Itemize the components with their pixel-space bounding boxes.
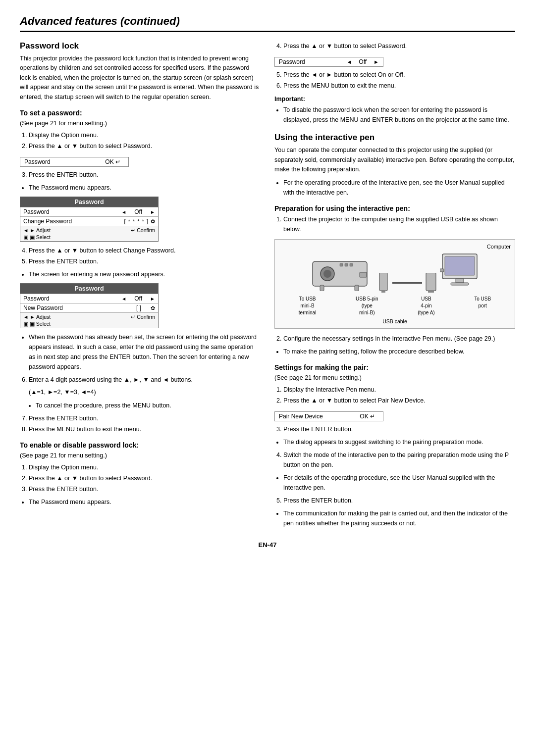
password-menu-box-1: Password Password ◄ Off ► Change Passwor… bbox=[20, 197, 159, 242]
pair-new-device-value: OK ↵ bbox=[360, 413, 375, 420]
password-row2-1-value: Off bbox=[128, 295, 148, 302]
enable-step2: Press the ▲ or ▼ button to select Passwo… bbox=[29, 473, 261, 483]
change-password-row: Change Password [ * * * * ] ✿ bbox=[20, 216, 158, 226]
steps-6-8-ol: Enter a 4 digit password using the ▲, ►,… bbox=[29, 375, 261, 385]
password-menu-footer-1: ◄ ► Adjust ↵ Confirm bbox=[20, 226, 158, 234]
new-password-row-value: [ ] bbox=[129, 304, 149, 311]
label-usb-4pin: USB4-pin(type A) bbox=[418, 296, 434, 316]
prep-title: Preparation for using the interactive pe… bbox=[274, 204, 515, 212]
password-menu-header-1: Password bbox=[20, 197, 158, 207]
svg-rect-4 bbox=[345, 263, 348, 266]
right-column: Press the ▲ or ▼ button to select Passwo… bbox=[274, 41, 515, 531]
password-menu-box-2: Password Password ◄ Off ► New Password [… bbox=[20, 283, 159, 328]
password-row1-right-arrow: ► bbox=[150, 209, 155, 215]
set-password-steps-1-2: Display the Option menu. Press the ▲ or … bbox=[29, 130, 261, 151]
password-off-menu: Password ◄ Off ► bbox=[274, 57, 383, 67]
settings-step4-ol: Switch the mode of the interactive pen t… bbox=[283, 450, 515, 470]
password-row1-label: Password bbox=[23, 208, 121, 215]
svg-point-2 bbox=[323, 270, 331, 278]
settings-step3: Press the ENTER button. bbox=[283, 424, 515, 434]
settings-bullet2-list: For details of the operating procedure, … bbox=[283, 473, 515, 493]
left-column: Password lock This projector provides th… bbox=[20, 41, 261, 531]
password-menu-footer-2: ◄ ► Adjust ↵ Confirm bbox=[20, 312, 158, 321]
new-password-icon: ✿ bbox=[151, 305, 155, 311]
settings-bullet1-list: The dialog appears to suggest switching … bbox=[283, 437, 515, 447]
settings-steps-1-2-ol: Display the Interactive Pen menu. Press … bbox=[283, 385, 515, 405]
settings-title: Settings for making the pair: bbox=[274, 363, 515, 371]
prep-step2: Configure the necessary settings in the … bbox=[283, 334, 515, 344]
computer-graphic bbox=[440, 252, 480, 293]
password-lock-title: Password lock bbox=[20, 41, 261, 51]
settings-step5-ol: Press the ENTER button. bbox=[283, 496, 515, 505]
enable-step1: Display the Option menu. bbox=[29, 462, 261, 472]
password-menu-appears-list: The Password menu appears. bbox=[29, 183, 261, 193]
pair-new-device-menu: Pair New Device OK ↵ bbox=[274, 411, 383, 421]
settings-step2: Press the ▲ or ▼ button to select Pair N… bbox=[283, 396, 515, 405]
password-off-right-arrow: ► bbox=[374, 59, 379, 65]
set-password-step2: Press the ▲ or ▼ button to select Passwo… bbox=[29, 141, 261, 151]
svg-rect-10 bbox=[381, 291, 385, 293]
settings-note: (See page 21 for menu setting.) bbox=[274, 373, 515, 383]
password-menu-appears: The Password menu appears. bbox=[29, 183, 261, 193]
interactive-pen-title: Using the interactive pen bbox=[274, 133, 515, 143]
svg-rect-11 bbox=[426, 273, 436, 291]
password-row2-1-left: ◄ bbox=[121, 296, 126, 302]
password-row1-left-arrow: ◄ bbox=[121, 209, 126, 215]
settings-step4: Switch the mode of the interactive pen t… bbox=[283, 450, 515, 470]
footer2-adjust: ◄ ► Adjust bbox=[23, 314, 51, 320]
enable-bullet-list: The Password menu appears. bbox=[29, 497, 261, 507]
svg-rect-8 bbox=[355, 285, 359, 291]
svg-rect-17 bbox=[440, 269, 444, 272]
usb-cable-label: USB cable bbox=[279, 318, 511, 324]
password-ok-label: Password bbox=[24, 158, 101, 165]
set-password-step1: Display the Option menu. bbox=[29, 130, 261, 140]
parens-note: (▲=1, ►=2, ▼=3, ◄=4) bbox=[29, 388, 261, 397]
settings-bullet3: The communication for making the pair is… bbox=[283, 508, 515, 528]
computer-label: Computer bbox=[279, 244, 511, 250]
enable-disable-title: To enable or disable password lock: bbox=[20, 441, 261, 449]
step4: Press the ▲ or ▼ button to select Change… bbox=[29, 246, 261, 255]
prep-step2-ol: Configure the necessary settings in the … bbox=[283, 334, 515, 344]
new-password-row: New Password [ ] ✿ bbox=[20, 303, 158, 312]
set-password-step3-ol: Press the ENTER button. bbox=[29, 170, 261, 180]
svg-rect-9 bbox=[379, 273, 387, 291]
step4-5-ol: Press the ▲ or ▼ button to select Change… bbox=[29, 246, 261, 266]
important-label: Important: bbox=[274, 95, 515, 104]
svg-rect-7 bbox=[320, 285, 324, 291]
step6: Enter a 4 digit password using the ▲, ►,… bbox=[29, 375, 261, 385]
settings-steps-3-5-ol: Press the ENTER button. bbox=[283, 424, 515, 434]
change-password-label: Change Password bbox=[23, 218, 124, 225]
footer2-select: ▣ ▣ Select bbox=[20, 321, 158, 328]
step7: Press the ENTER button. bbox=[29, 413, 261, 423]
password-menu-header-2: Password bbox=[20, 284, 158, 294]
cancel-bullet: To cancel the procedure, press the MENU … bbox=[36, 401, 261, 410]
cancel-list: To cancel the procedure, press the MENU … bbox=[36, 401, 261, 410]
svg-rect-15 bbox=[456, 279, 464, 283]
change-password-value: [ * * * * ] bbox=[124, 218, 149, 224]
enable-step3: Press the ENTER button. bbox=[29, 484, 261, 494]
prep-step1: Connect the projector to the computer us… bbox=[283, 214, 515, 234]
svg-rect-14 bbox=[445, 256, 475, 275]
right-step5: Press the ◄ or ► button to select On or … bbox=[283, 70, 515, 80]
step5: Press the ENTER button. bbox=[29, 256, 261, 266]
password-row2-1-label: Password bbox=[23, 295, 121, 302]
enable-disable-note: (See page 21 for menu setting.) bbox=[20, 451, 261, 460]
password-off-left-arrow: ◄ bbox=[346, 59, 352, 65]
svg-rect-12 bbox=[428, 291, 434, 293]
footer-adjust: ◄ ► Adjust bbox=[23, 227, 51, 233]
step8: Press the MENU button to exit the menu. bbox=[29, 424, 261, 434]
footer-confirm: ↵ Confirm bbox=[131, 227, 155, 233]
password-row-1: Password ◄ Off ► bbox=[20, 207, 158, 216]
pair-new-device-label: Pair New Device bbox=[279, 413, 356, 420]
enable-disable-steps: Display the Option menu. Press the ▲ or … bbox=[29, 462, 261, 494]
change-password-icon: ✿ bbox=[151, 218, 155, 225]
usb-minib-connector bbox=[377, 273, 389, 293]
right-step4: Press the ▲ or ▼ button to select Passwo… bbox=[283, 41, 515, 51]
svg-rect-16 bbox=[451, 283, 469, 285]
settings-bullet3-list: The communication for making the pair is… bbox=[283, 508, 515, 528]
important-list: To disable the password lock when the sc… bbox=[283, 105, 515, 125]
svg-rect-3 bbox=[340, 263, 343, 266]
password-off-value: Off bbox=[359, 58, 367, 65]
right-step6: Press the MENU button to exit the menu. bbox=[283, 81, 515, 91]
usb-typea-connector bbox=[425, 273, 437, 293]
